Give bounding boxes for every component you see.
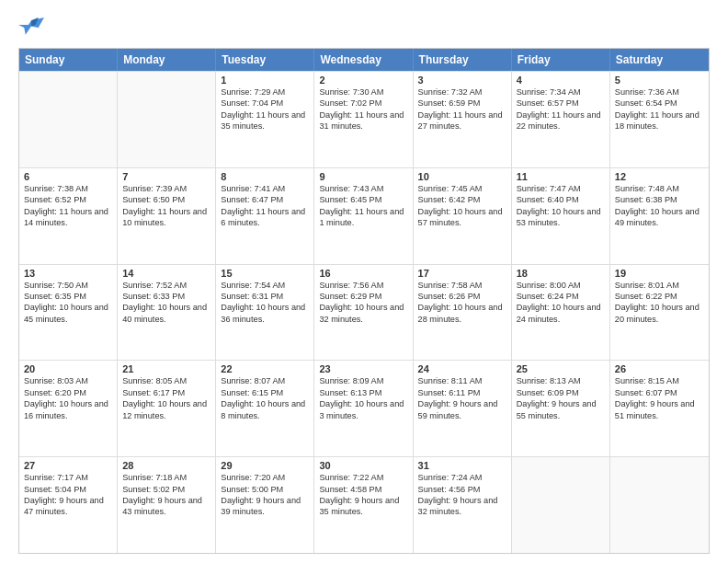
day-info: Sunrise: 7:41 AM Sunset: 6:47 PM Dayligh… — [221, 183, 309, 229]
calendar-cell: 14Sunrise: 7:52 AM Sunset: 6:33 PM Dayli… — [118, 265, 216, 361]
calendar-cell: 26Sunrise: 8:15 AM Sunset: 6:07 PM Dayli… — [610, 361, 709, 456]
day-info: Sunrise: 8:03 AM Sunset: 6:20 PM Dayligh… — [24, 375, 112, 421]
day-info: Sunrise: 7:39 AM Sunset: 6:50 PM Dayligh… — [122, 183, 210, 229]
page: SundayMondayTuesdayWednesdayThursdayFrid… — [0, 0, 728, 563]
day-number: 1 — [221, 75, 309, 86]
logo-bird-icon — [18, 15, 44, 40]
day-number: 12 — [615, 171, 704, 182]
day-info: Sunrise: 7:50 AM Sunset: 6:35 PM Dayligh… — [24, 280, 112, 326]
day-number: 9 — [319, 171, 407, 182]
calendar-cell: 20Sunrise: 8:03 AM Sunset: 6:20 PM Dayli… — [19, 361, 118, 456]
calendar-cell: 16Sunrise: 7:56 AM Sunset: 6:29 PM Dayli… — [314, 265, 413, 361]
day-number: 29 — [221, 460, 309, 471]
calendar-cell: 19Sunrise: 8:01 AM Sunset: 6:22 PM Dayli… — [610, 265, 709, 361]
logo — [18, 15, 48, 40]
calendar-cell: 24Sunrise: 8:11 AM Sunset: 6:11 PM Dayli… — [414, 361, 512, 456]
calendar-cell — [19, 72, 118, 167]
calendar-row-5: 27Sunrise: 7:17 AM Sunset: 5:04 PM Dayli… — [19, 456, 709, 553]
day-number: 5 — [615, 75, 704, 86]
day-number: 13 — [24, 268, 112, 279]
day-number: 11 — [517, 171, 605, 182]
day-number: 28 — [122, 460, 210, 471]
day-info: Sunrise: 7:30 AM Sunset: 7:02 PM Dayligh… — [319, 86, 407, 132]
day-number: 23 — [319, 363, 407, 374]
calendar-cell: 11Sunrise: 7:47 AM Sunset: 6:40 PM Dayli… — [512, 168, 610, 264]
header-day-tuesday: Tuesday — [216, 49, 314, 71]
day-info: Sunrise: 7:24 AM Sunset: 4:56 PM Dayligh… — [418, 472, 506, 518]
day-number: 25 — [517, 363, 605, 374]
day-info: Sunrise: 7:48 AM Sunset: 6:38 PM Dayligh… — [615, 183, 704, 229]
calendar-cell: 23Sunrise: 8:09 AM Sunset: 6:13 PM Dayli… — [314, 361, 413, 456]
calendar-cell: 1Sunrise: 7:29 AM Sunset: 7:04 PM Daylig… — [216, 72, 314, 167]
calendar-row-2: 6Sunrise: 7:38 AM Sunset: 6:52 PM Daylig… — [19, 167, 709, 264]
day-number: 19 — [615, 268, 704, 279]
calendar-cell: 15Sunrise: 7:54 AM Sunset: 6:31 PM Dayli… — [216, 265, 314, 361]
header — [18, 15, 710, 40]
day-info: Sunrise: 7:58 AM Sunset: 6:26 PM Dayligh… — [418, 280, 506, 326]
calendar-body: 1Sunrise: 7:29 AM Sunset: 7:04 PM Daylig… — [19, 71, 709, 553]
calendar-cell: 18Sunrise: 8:00 AM Sunset: 6:24 PM Dayli… — [512, 265, 610, 361]
day-number: 2 — [319, 75, 407, 86]
calendar-cell: 10Sunrise: 7:45 AM Sunset: 6:42 PM Dayli… — [414, 168, 512, 264]
calendar-cell: 27Sunrise: 7:17 AM Sunset: 5:04 PM Dayli… — [19, 457, 118, 553]
day-info: Sunrise: 8:05 AM Sunset: 6:17 PM Dayligh… — [122, 375, 210, 421]
calendar-cell: 25Sunrise: 8:13 AM Sunset: 6:09 PM Dayli… — [512, 361, 610, 456]
day-number: 21 — [122, 363, 210, 374]
day-info: Sunrise: 8:01 AM Sunset: 6:22 PM Dayligh… — [615, 280, 704, 326]
day-info: Sunrise: 7:43 AM Sunset: 6:45 PM Dayligh… — [319, 183, 407, 229]
day-number: 15 — [221, 268, 309, 279]
day-info: Sunrise: 7:56 AM Sunset: 6:29 PM Dayligh… — [319, 280, 407, 326]
day-number: 24 — [418, 363, 506, 374]
day-info: Sunrise: 8:11 AM Sunset: 6:11 PM Dayligh… — [418, 375, 506, 421]
day-number: 30 — [319, 460, 407, 471]
day-info: Sunrise: 8:15 AM Sunset: 6:07 PM Dayligh… — [615, 375, 704, 421]
calendar-cell: 3Sunrise: 7:32 AM Sunset: 6:59 PM Daylig… — [414, 72, 512, 167]
day-info: Sunrise: 7:52 AM Sunset: 6:33 PM Dayligh… — [122, 280, 210, 326]
day-number: 27 — [24, 460, 112, 471]
calendar-cell: 21Sunrise: 8:05 AM Sunset: 6:17 PM Dayli… — [118, 361, 216, 456]
day-number: 14 — [122, 268, 210, 279]
day-info: Sunrise: 8:00 AM Sunset: 6:24 PM Dayligh… — [517, 280, 605, 326]
day-number: 4 — [517, 75, 605, 86]
calendar-cell — [610, 457, 709, 553]
calendar-cell: 7Sunrise: 7:39 AM Sunset: 6:50 PM Daylig… — [118, 168, 216, 264]
day-info: Sunrise: 7:29 AM Sunset: 7:04 PM Dayligh… — [221, 86, 309, 132]
header-day-sunday: Sunday — [19, 49, 118, 71]
calendar-cell: 4Sunrise: 7:34 AM Sunset: 6:57 PM Daylig… — [512, 72, 610, 167]
calendar-cell: 6Sunrise: 7:38 AM Sunset: 6:52 PM Daylig… — [19, 168, 118, 264]
calendar-cell: 31Sunrise: 7:24 AM Sunset: 4:56 PM Dayli… — [414, 457, 512, 553]
day-number: 10 — [418, 171, 506, 182]
day-info: Sunrise: 7:45 AM Sunset: 6:42 PM Dayligh… — [418, 183, 506, 229]
day-info: Sunrise: 7:20 AM Sunset: 5:00 PM Dayligh… — [221, 472, 309, 518]
day-info: Sunrise: 8:09 AM Sunset: 6:13 PM Dayligh… — [319, 375, 407, 421]
day-number: 7 — [122, 171, 210, 182]
calendar-cell: 28Sunrise: 7:18 AM Sunset: 5:02 PM Dayli… — [118, 457, 216, 553]
calendar-cell: 17Sunrise: 7:58 AM Sunset: 6:26 PM Dayli… — [414, 265, 512, 361]
calendar-cell: 29Sunrise: 7:20 AM Sunset: 5:00 PM Dayli… — [216, 457, 314, 553]
calendar-cell: 9Sunrise: 7:43 AM Sunset: 6:45 PM Daylig… — [314, 168, 413, 264]
calendar-row-4: 20Sunrise: 8:03 AM Sunset: 6:20 PM Dayli… — [19, 360, 709, 456]
day-info: Sunrise: 7:22 AM Sunset: 4:58 PM Dayligh… — [319, 472, 407, 518]
day-info: Sunrise: 7:38 AM Sunset: 6:52 PM Dayligh… — [24, 183, 112, 229]
calendar-cell: 2Sunrise: 7:30 AM Sunset: 7:02 PM Daylig… — [314, 72, 413, 167]
day-number: 8 — [221, 171, 309, 182]
calendar-cell: 8Sunrise: 7:41 AM Sunset: 6:47 PM Daylig… — [216, 168, 314, 264]
header-day-monday: Monday — [118, 49, 216, 71]
calendar-cell — [118, 72, 216, 167]
day-number: 26 — [615, 363, 704, 374]
day-number: 20 — [24, 363, 112, 374]
calendar-cell: 12Sunrise: 7:48 AM Sunset: 6:38 PM Dayli… — [610, 168, 709, 264]
calendar-cell: 5Sunrise: 7:36 AM Sunset: 6:54 PM Daylig… — [610, 72, 709, 167]
day-info: Sunrise: 7:32 AM Sunset: 6:59 PM Dayligh… — [418, 86, 506, 132]
day-number: 3 — [418, 75, 506, 86]
day-info: Sunrise: 8:07 AM Sunset: 6:15 PM Dayligh… — [221, 375, 309, 421]
day-info: Sunrise: 7:17 AM Sunset: 5:04 PM Dayligh… — [24, 472, 112, 518]
day-info: Sunrise: 7:34 AM Sunset: 6:57 PM Dayligh… — [517, 86, 605, 132]
day-info: Sunrise: 7:36 AM Sunset: 6:54 PM Dayligh… — [615, 86, 704, 132]
calendar-row-1: 1Sunrise: 7:29 AM Sunset: 7:04 PM Daylig… — [19, 71, 709, 167]
header-day-friday: Friday — [512, 49, 610, 71]
calendar-cell: 30Sunrise: 7:22 AM Sunset: 4:58 PM Dayli… — [314, 457, 413, 553]
day-info: Sunrise: 7:47 AM Sunset: 6:40 PM Dayligh… — [517, 183, 605, 229]
day-number: 18 — [517, 268, 605, 279]
header-day-wednesday: Wednesday — [314, 49, 413, 71]
